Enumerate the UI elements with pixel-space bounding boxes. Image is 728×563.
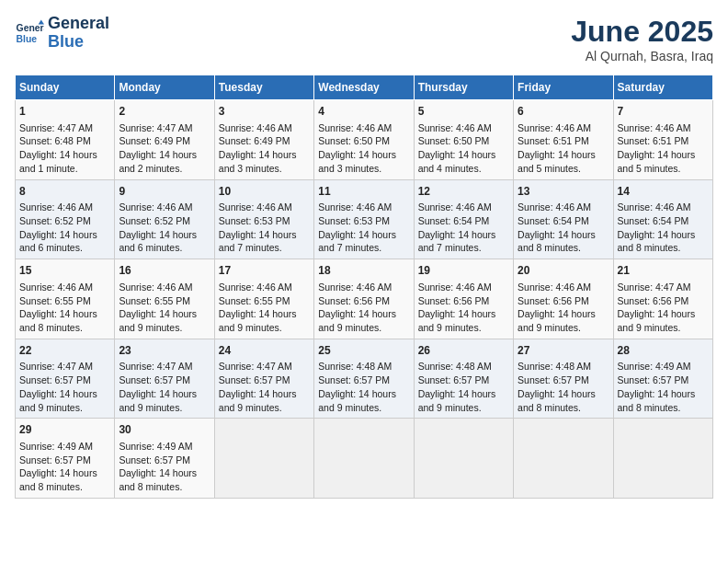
day-info-line: Sunset: 6:49 PM	[119, 134, 210, 148]
day-info-line: Daylight: 14 hours and 9 minutes.	[119, 307, 210, 334]
day-info-line: Daylight: 14 hours and 5 minutes.	[518, 148, 609, 175]
calendar-cell: 12Sunrise: 4:46 AMSunset: 6:54 PMDayligh…	[414, 179, 513, 259]
svg-marker-2	[39, 19, 44, 24]
calendar-cell: 18Sunrise: 4:46 AMSunset: 6:56 PMDayligh…	[314, 259, 414, 339]
calendar-cell: 3Sunrise: 4:46 AMSunset: 6:49 PMDaylight…	[214, 100, 313, 180]
calendar-cell: 26Sunrise: 4:48 AMSunset: 6:57 PMDayligh…	[414, 339, 513, 419]
day-number: 2	[119, 104, 210, 120]
day-info-line: Sunset: 6:55 PM	[19, 294, 110, 308]
day-number: 29	[19, 422, 110, 438]
svg-text:General: General	[17, 23, 44, 33]
day-info-line: Sunrise: 4:49 AM	[19, 440, 110, 454]
calendar-cell: 16Sunrise: 4:46 AMSunset: 6:55 PMDayligh…	[115, 259, 214, 339]
day-info-line: Sunset: 6:56 PM	[418, 294, 509, 308]
calendar-week-row: 29Sunrise: 4:49 AMSunset: 6:57 PMDayligh…	[16, 419, 713, 499]
day-info-line: Sunrise: 4:47 AM	[119, 121, 210, 135]
day-info-line: Sunrise: 4:46 AM	[119, 281, 210, 294]
day-number: 22	[19, 343, 110, 359]
day-info-line: Sunset: 6:57 PM	[219, 373, 310, 387]
calendar-cell: 2Sunrise: 4:47 AMSunset: 6:49 PMDaylight…	[115, 100, 214, 180]
calendar-cell: 17Sunrise: 4:46 AMSunset: 6:55 PMDayligh…	[214, 259, 313, 339]
day-info-line: Sunrise: 4:46 AM	[618, 201, 709, 214]
calendar-cell: 4Sunrise: 4:46 AMSunset: 6:50 PMDaylight…	[314, 100, 414, 180]
svg-text:Blue: Blue	[17, 33, 38, 43]
calendar-cell: 27Sunrise: 4:48 AMSunset: 6:57 PMDayligh…	[514, 339, 613, 419]
day-info-line: Sunset: 6:51 PM	[618, 134, 709, 148]
calendar-cell: 23Sunrise: 4:47 AMSunset: 6:57 PMDayligh…	[115, 339, 214, 419]
calendar-cell: 11Sunrise: 4:46 AMSunset: 6:53 PMDayligh…	[314, 179, 414, 259]
dow-header-cell: Saturday	[613, 75, 712, 100]
day-info-line: Daylight: 14 hours and 7 minutes.	[318, 228, 409, 255]
calendar-cell: 14Sunrise: 4:46 AMSunset: 6:54 PMDayligh…	[613, 179, 712, 259]
day-info-line: Sunrise: 4:47 AM	[119, 360, 210, 373]
day-info-line: Daylight: 14 hours and 5 minutes.	[618, 148, 709, 175]
day-number: 28	[618, 343, 709, 359]
day-info-line: Sunset: 6:53 PM	[318, 214, 409, 228]
day-info-line: Daylight: 14 hours and 9 minutes.	[618, 307, 709, 334]
day-info-line: Sunset: 6:57 PM	[418, 373, 509, 387]
day-number: 8	[19, 184, 110, 200]
day-info-line: Daylight: 14 hours and 9 minutes.	[219, 307, 310, 334]
day-info-line: Sunrise: 4:46 AM	[19, 201, 110, 214]
header: General Blue General Blue June 2025 Al Q…	[15, 15, 713, 63]
day-number: 25	[318, 343, 409, 359]
day-info-line: Sunset: 6:51 PM	[518, 134, 609, 148]
calendar-cell	[414, 419, 513, 499]
day-info-line: Daylight: 14 hours and 8 minutes.	[119, 466, 210, 493]
day-info-line: Sunrise: 4:46 AM	[318, 281, 409, 294]
calendar-cell: 6Sunrise: 4:46 AMSunset: 6:51 PMDaylight…	[514, 100, 613, 180]
logo-icon: General Blue	[15, 18, 44, 48]
day-info-line: Daylight: 14 hours and 4 minutes.	[418, 148, 509, 175]
calendar-week-row: 15Sunrise: 4:46 AMSunset: 6:55 PMDayligh…	[16, 259, 713, 339]
day-info-line: Sunset: 6:57 PM	[618, 373, 709, 387]
calendar-cell: 1Sunrise: 4:47 AMSunset: 6:48 PMDaylight…	[16, 100, 115, 180]
day-info-line: Sunrise: 4:46 AM	[518, 281, 609, 294]
day-info-line: Sunset: 6:55 PM	[119, 294, 210, 308]
day-info-line: Sunrise: 4:46 AM	[418, 281, 509, 294]
day-info-line: Sunrise: 4:49 AM	[618, 360, 709, 373]
day-info-line: Daylight: 14 hours and 9 minutes.	[119, 387, 210, 414]
day-info-line: Daylight: 14 hours and 9 minutes.	[318, 307, 409, 334]
day-info-line: Sunset: 6:49 PM	[219, 134, 310, 148]
calendar-cell: 30Sunrise: 4:49 AMSunset: 6:57 PMDayligh…	[115, 419, 214, 499]
day-number: 24	[219, 343, 310, 359]
day-info-line: Sunrise: 4:46 AM	[219, 281, 310, 294]
calendar-week-row: 22Sunrise: 4:47 AMSunset: 6:57 PMDayligh…	[16, 339, 713, 419]
day-info-line: Sunrise: 4:46 AM	[418, 201, 509, 214]
calendar-cell	[514, 419, 613, 499]
calendar-cell: 21Sunrise: 4:47 AMSunset: 6:56 PMDayligh…	[613, 259, 712, 339]
day-info-line: Sunrise: 4:46 AM	[119, 201, 210, 214]
calendar-cell: 7Sunrise: 4:46 AMSunset: 6:51 PMDaylight…	[613, 100, 712, 180]
day-number: 30	[119, 422, 210, 438]
calendar-cell: 10Sunrise: 4:46 AMSunset: 6:53 PMDayligh…	[214, 179, 313, 259]
day-info-line: Daylight: 14 hours and 8 minutes.	[618, 387, 709, 414]
day-info-line: Daylight: 14 hours and 8 minutes.	[518, 228, 609, 255]
day-info-line: Sunrise: 4:48 AM	[518, 360, 609, 373]
day-of-week-header-row: SundayMondayTuesdayWednesdayThursdayFrid…	[16, 75, 713, 100]
day-info-line: Sunset: 6:53 PM	[219, 214, 310, 228]
day-info-line: Daylight: 14 hours and 3 minutes.	[219, 148, 310, 175]
calendar-cell	[314, 419, 414, 499]
day-info-line: Daylight: 14 hours and 6 minutes.	[119, 228, 210, 255]
day-info-line: Sunrise: 4:46 AM	[219, 121, 310, 135]
day-info-line: Sunrise: 4:46 AM	[318, 121, 409, 135]
day-number: 19	[418, 263, 509, 279]
day-number: 16	[119, 263, 210, 279]
dow-header-cell: Monday	[115, 75, 214, 100]
calendar-cell: 8Sunrise: 4:46 AMSunset: 6:52 PMDaylight…	[16, 179, 115, 259]
day-info-line: Sunrise: 4:49 AM	[119, 440, 210, 454]
day-number: 14	[618, 184, 709, 200]
day-number: 10	[219, 184, 310, 200]
day-info-line: Sunrise: 4:46 AM	[219, 201, 310, 214]
day-number: 20	[518, 263, 609, 279]
day-info-line: Daylight: 14 hours and 8 minutes.	[618, 228, 709, 255]
day-info-line: Sunrise: 4:47 AM	[618, 281, 709, 294]
day-info-line: Sunset: 6:56 PM	[618, 294, 709, 308]
day-info-line: Sunset: 6:55 PM	[219, 294, 310, 308]
calendar-cell: 29Sunrise: 4:49 AMSunset: 6:57 PMDayligh…	[16, 419, 115, 499]
day-number: 3	[219, 104, 310, 120]
calendar-cell: 28Sunrise: 4:49 AMSunset: 6:57 PMDayligh…	[613, 339, 712, 419]
day-info-line: Daylight: 14 hours and 9 minutes.	[219, 387, 310, 414]
day-info-line: Sunrise: 4:47 AM	[219, 360, 310, 373]
day-info-line: Sunrise: 4:46 AM	[418, 121, 509, 135]
